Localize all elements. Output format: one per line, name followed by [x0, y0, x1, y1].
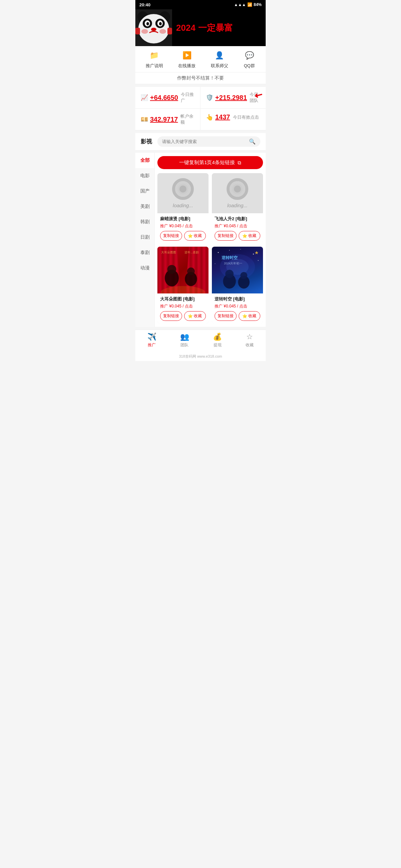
movie-figures-svg: 大耳朵图图 逆年...喜剧 — [157, 247, 209, 293]
bottom-nav-team[interactable]: 👥 团队 — [180, 333, 189, 348]
movie-actions-4: 复制链接 ⭐ 收藏 — [215, 311, 260, 321]
movie-card-3: 大耳朵图图 逆年...喜剧 大耳朵图图 [电影] 推广 ¥0.045 / 点击 … — [157, 247, 209, 323]
svg-point-25 — [240, 249, 241, 250]
movie-actions-2: 复制链接 ⭐ 收藏 — [215, 231, 260, 241]
movie-info-3: 大耳朵图图 [电影] 推广 ¥0.045 / 点击 复制链接 ⭐ 收藏 — [157, 293, 209, 323]
movie-price-4: 推广 ¥0.045 / 点击 — [215, 304, 260, 309]
top-nav: 📁 推广说明 ▶️ 在线播放 👤 联系师父 💬 QQ群 — [135, 46, 266, 72]
loading-ring-1 — [172, 178, 194, 200]
bottom-nav-team-label: 团队 — [181, 342, 188, 348]
section-title: 影视 — [141, 138, 152, 145]
promo-icon: ✈️ — [147, 333, 156, 341]
stat-label-balance: 帐户余额 — [181, 113, 195, 125]
svg-point-26 — [258, 260, 259, 261]
status-bar: 20:40 ▲▲▲ 📶 84% — [135, 0, 266, 9]
svg-point-23 — [229, 250, 230, 251]
video-icon: ▶️ — [181, 50, 193, 62]
copy-link-btn-4[interactable]: 复制链接 — [215, 311, 237, 321]
svg-point-33 — [240, 272, 247, 279]
scifi-svg: 逆转时空 2024大年初一 — [212, 247, 263, 293]
cat-item-all[interactable]: 全部 — [135, 153, 154, 168]
hero-area: 2024 一定暴富 — [135, 9, 266, 46]
loading-text-1: loading... — [173, 203, 193, 208]
cat-item-kr[interactable]: 韩剧 — [135, 214, 154, 229]
content-area: 全部 电影 国产 美剧 韩剧 日剧 泰剧 动漫 一键复制第1页4条短链接 ⧉ — [135, 153, 266, 327]
nav-item-promo[interactable]: 📁 推广说明 — [146, 50, 163, 69]
stat-label-promo: 今日推广 — [181, 92, 195, 103]
status-time: 20:40 — [140, 2, 150, 7]
movie-thumb-3: 大耳朵图图 逆年...喜剧 — [157, 247, 209, 293]
svg-point-22 — [218, 252, 219, 253]
cat-item-movie[interactable]: 电影 — [135, 168, 154, 184]
svg-rect-13 — [135, 28, 140, 34]
bottom-nav-fav[interactable]: ☆ 收藏 — [246, 333, 254, 348]
bottom-nav-fav-label: 收藏 — [246, 342, 254, 348]
movie-card-4: 逆转时空 2024大年初一 逆转时空 [电影] 推广 ¥0.045 / 点击 复… — [212, 247, 263, 323]
movie-card-1: loading... 麻蜡滚烫 [电影] 推广 ¥0.045 / 点击 复制链接… — [157, 173, 209, 243]
bottom-nav-promo-label: 推广 — [148, 342, 156, 348]
person-icon: 👤 — [214, 50, 225, 62]
signal-icon: ▲▲▲ — [234, 2, 246, 7]
fav-btn-1[interactable]: ⭐ 收藏 — [184, 231, 206, 241]
copy-all-label: 一键复制第1页4条短链接 — [179, 159, 235, 166]
movie-title-3: 大耳朵图图 [电影] — [160, 296, 206, 302]
stat-value-team: +215.2981 — [215, 94, 247, 102]
movie-grid: loading... 麻蜡滚烫 [电影] 推广 ¥0.045 / 点击 复制链接… — [157, 173, 263, 323]
svg-rect-14 — [167, 28, 172, 34]
team-icon: 👥 — [180, 333, 189, 341]
copy-link-btn-3[interactable]: 复制链接 — [160, 311, 182, 321]
loading-text-2: loading... — [227, 203, 248, 208]
header-year: 2024 — [176, 23, 195, 33]
cat-item-jp[interactable]: 日剧 — [135, 229, 154, 245]
wifi-icon: 📶 — [247, 2, 252, 7]
cat-item-th[interactable]: 泰剧 — [135, 245, 154, 260]
fav-btn-2[interactable]: ⭐ 收藏 — [239, 231, 261, 241]
svg-text:逆转时空: 逆转时空 — [221, 255, 238, 260]
movie-actions-3: 复制链接 ⭐ 收藏 — [160, 311, 206, 321]
cat-item-domestic[interactable]: 国产 — [135, 184, 154, 199]
fav-nav-icon: ☆ — [246, 333, 253, 341]
fav-btn-3[interactable]: ⭐ 收藏 — [184, 311, 206, 321]
withdraw-icon: 💰 — [213, 333, 222, 341]
movie-thumb-4: 逆转时空 2024大年初一 — [212, 247, 263, 293]
fav-btn-4[interactable]: ⭐ 收藏 — [239, 311, 261, 321]
copy-link-btn-1[interactable]: 复制链接 — [160, 231, 182, 241]
cat-item-us[interactable]: 美剧 — [135, 199, 154, 214]
notice-text: 作弊封号不结算！不要 — [177, 75, 224, 81]
stat-balance: 💴 342.9717 帐户余额 — [135, 108, 201, 130]
search-input[interactable] — [162, 139, 247, 144]
movie-actions-1: 复制链接 ⭐ 收藏 — [160, 231, 206, 241]
nav-item-qq[interactable]: 💬 QQ群 — [243, 50, 255, 69]
nav-item-live[interactable]: ▶️ 在线播放 — [178, 50, 195, 69]
svg-point-17 — [167, 265, 177, 274]
movie-price-3: 推广 ¥0.045 / 点击 — [160, 304, 206, 309]
nav-label-live: 在线播放 — [178, 63, 195, 69]
movie-info-1: 麻蜡滚烫 [电影] 推广 ¥0.045 / 点击 复制链接 ⭐ 收藏 — [157, 213, 209, 243]
movie-card-2: loading... 飞池人升2 [电影] 推广 ¥0.045 / 点击 复制链… — [212, 173, 263, 243]
search-icon: 🔍 — [249, 138, 256, 145]
svg-point-19 — [187, 268, 195, 275]
svg-point-11 — [141, 29, 148, 34]
movie-title-1: 麻蜡滚烫 [电影] — [160, 216, 206, 222]
svg-point-9 — [159, 22, 162, 25]
copy-all-button[interactable]: 一键复制第1页4条短链接 ⧉ — [157, 156, 263, 169]
movie-price-2: 推广 ¥0.045 / 点击 — [215, 223, 260, 229]
battery-level: 84% — [254, 2, 261, 7]
star-icon-4: ⭐ — [242, 314, 247, 318]
nav-label-promo: 推广说明 — [146, 63, 163, 69]
svg-point-8 — [146, 22, 149, 25]
stat-today-team: 🛡️ +215.2981 今日团队 ↙ — [201, 87, 266, 108]
star-icon-2: ⭐ — [242, 234, 247, 238]
search-box[interactable]: 🔍 — [157, 136, 260, 147]
svg-point-24 — [253, 254, 254, 255]
footer-text: 318首码网 www.e318.com — [179, 354, 222, 358]
copy-link-btn-2[interactable]: 复制链接 — [215, 231, 237, 241]
nav-label-qq: QQ群 — [244, 63, 255, 69]
nav-item-contact[interactable]: 👤 联系师父 — [211, 50, 228, 69]
stat-today-promo: 📈 +64.6650 今日推广 — [135, 87, 201, 108]
bottom-nav-promo[interactable]: ✈️ 推广 — [147, 333, 156, 348]
cat-item-anime[interactable]: 动漫 — [135, 260, 154, 276]
loading-ring-2 — [226, 178, 248, 200]
svg-point-12 — [159, 29, 166, 34]
bottom-nav-withdraw[interactable]: 💰 提现 — [213, 333, 222, 348]
